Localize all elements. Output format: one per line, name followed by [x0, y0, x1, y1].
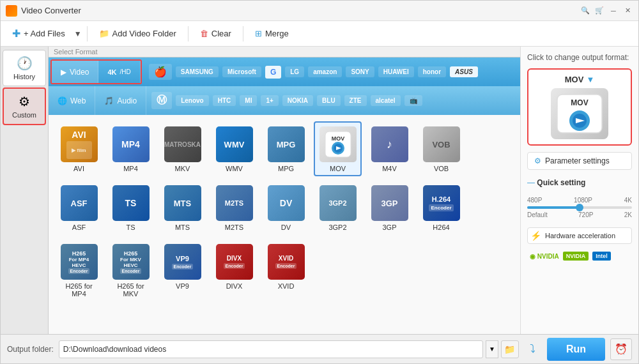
format-wmv[interactable]: WMV WMV	[210, 121, 258, 176]
brand-htc[interactable]: HTC	[213, 95, 236, 106]
merge-icon: ⊞	[255, 29, 262, 38]
asf-label: ASF	[72, 224, 86, 231]
dropdown-arrow[interactable]: ▼	[74, 29, 82, 38]
hardware-acceleration[interactable]: ⚡ Hardware acceleration	[527, 227, 632, 244]
format-h265-mp4[interactable]: H265For MP4HEVCEncoder H265 for MP4	[55, 239, 103, 301]
hw-label: Hardware acceleration	[545, 232, 615, 239]
toolbar: ✚ + Add Files ▼ 📁 Add Video Folder 🗑 Cle…	[1, 21, 638, 47]
brand-google[interactable]: G	[265, 66, 281, 79]
quality-slider[interactable]: 480P 1080P 4K Default 720P 2K	[527, 194, 632, 221]
output-path-container: ▼ 📁	[59, 340, 519, 358]
quality-labels-bottom: Default 720P 2K	[527, 211, 632, 218]
brand-amazon[interactable]: amazon	[308, 66, 342, 77]
format-mp4[interactable]: MP4 MP4	[107, 121, 155, 176]
cart-btn[interactable]: 🛒	[594, 5, 605, 17]
brand-alcatel[interactable]: alcatel	[371, 95, 401, 106]
format-vob[interactable]: VOB VOB	[417, 121, 465, 176]
run-button[interactable]: Run	[547, 338, 605, 361]
select-format-label: Select Format	[49, 47, 520, 57]
format-bar-row2: 🌐 Web 🎵 Audio Ⓜ Lenovo HTC MI 1+ NOKIA B…	[49, 86, 520, 115]
right-panel-title: Click to change output format:	[527, 53, 632, 62]
format-mpg[interactable]: MPG MPG	[262, 121, 310, 176]
format-mov[interactable]: MOV MOV	[314, 121, 362, 176]
close-btn[interactable]: ✕	[622, 5, 633, 17]
slider-thumb[interactable]	[576, 204, 583, 211]
brand-huawei[interactable]: HUAWEI	[378, 66, 414, 77]
format-ts[interactable]: TS TS	[107, 180, 155, 235]
xvid-label: XVID	[278, 282, 295, 290]
output-format-box[interactable]: MOV ▼ MOV	[527, 68, 632, 146]
format-h264[interactable]: H.264Encoder H264	[417, 180, 465, 235]
parameter-settings-button[interactable]: ⚙ Parameter settings	[527, 152, 632, 170]
mp4-label: MP4	[123, 165, 138, 172]
path-dropdown-arrow[interactable]: ▼	[486, 340, 498, 358]
brand-motorola[interactable]: Ⓜ	[151, 92, 172, 109]
brand-blu[interactable]: BLU	[317, 95, 341, 106]
export-button[interactable]: ⤵	[524, 340, 542, 358]
format-asf[interactable]: ASF ASF	[55, 180, 103, 235]
mpg-label: MPG	[278, 165, 294, 172]
brand-microsoft[interactable]: Microsoft	[222, 66, 261, 77]
settings-button[interactable]: ⏰	[610, 338, 632, 360]
brand-logos-row2: Ⓜ Lenovo HTC MI 1+ NOKIA BLU ZTE alcatel…	[146, 86, 520, 115]
h265-mkv-label: H265 for MKV	[111, 282, 151, 298]
center-panel: Select Format ▶ Video 4K /HD 🍎 SAMSU	[49, 47, 520, 334]
format-divx[interactable]: DIVXEncoder DIVX	[210, 239, 258, 301]
quality-labels-top: 480P 1080P 4K	[527, 197, 632, 204]
4k-tab-label: 4K	[107, 68, 116, 76]
brand-samsung[interactable]: SAMSUNG	[176, 66, 219, 77]
brand-nokia[interactable]: NOKIA	[282, 95, 313, 106]
brand-apple[interactable]: 🍎	[149, 64, 172, 80]
ts-label: TS	[126, 224, 135, 231]
slider-track[interactable]	[527, 206, 632, 209]
format-3gp[interactable]: 3GP 3GP	[366, 180, 413, 235]
dv-label: DV	[281, 224, 291, 231]
slider-fill	[527, 206, 580, 209]
brand-oneplus[interactable]: 1+	[261, 95, 278, 106]
format-vp9[interactable]: VP9Encoder VP9	[158, 239, 206, 301]
minimize-btn[interactable]: ─	[608, 5, 619, 17]
search-btn[interactable]: 🔍	[580, 5, 591, 17]
h265-mp4-label: H265 for MP4	[59, 282, 99, 298]
3gp2-label: 3GP2	[328, 224, 346, 231]
brand-sony[interactable]: SONY	[346, 66, 374, 77]
tab-group-video: ▶ Video 4K /HD	[50, 59, 142, 84]
brand-tv[interactable]: 📺	[404, 95, 422, 106]
format-m2ts[interactable]: M2TS M2TS	[210, 180, 258, 235]
format-avi[interactable]: AVI▶ film AVI	[55, 121, 103, 176]
brand-mi[interactable]: MI	[240, 95, 257, 106]
sep2	[188, 26, 189, 42]
sidebar-item-history[interactable]: 🕐 History	[3, 50, 46, 86]
brand-zte[interactable]: ZTE	[344, 95, 367, 106]
sidebar: 🕐 History ⚙ Custom	[1, 47, 49, 334]
format-dv[interactable]: DV DV	[262, 180, 310, 235]
window-controls: 🔍 🛒 ─ ✕	[580, 5, 633, 17]
brand-lenovo[interactable]: Lenovo	[176, 95, 209, 106]
tab-web[interactable]: 🌐 Web	[49, 86, 95, 115]
format-h265-mkv[interactable]: H265For MKVHEVCEncoder H265 for MKV	[107, 239, 155, 301]
output-format-name: MOV ▼	[565, 75, 595, 84]
output-path-input[interactable]	[59, 340, 483, 358]
brand-asus[interactable]: ASUS	[450, 66, 478, 77]
format-m4v[interactable]: ♪ M4V	[366, 121, 413, 176]
custom-icon: ⚙	[19, 94, 30, 109]
browse-folder-button[interactable]: 📁	[501, 340, 519, 358]
format-mts[interactable]: MTS MTS	[158, 180, 206, 235]
merge-button[interactable]: ⊞ Merge	[249, 26, 295, 42]
tab-video[interactable]: ▶ Video	[52, 61, 98, 83]
avi-label: AVI	[73, 165, 84, 172]
add-files-icon: ✚	[12, 27, 20, 40]
add-files-button[interactable]: ✚ + Add Files	[6, 24, 72, 43]
mts-label: MTS	[175, 224, 190, 231]
tab-audio[interactable]: 🎵 Audio	[95, 86, 146, 115]
sidebar-item-custom[interactable]: ⚙ Custom	[3, 87, 46, 125]
video-tab-label: Video	[70, 68, 89, 77]
brand-lg[interactable]: LG	[285, 66, 304, 77]
add-video-folder-button[interactable]: 📁 Add Video Folder	[93, 26, 183, 42]
format-mkv[interactable]: MATROSKA MKV	[158, 121, 206, 176]
tab-4k[interactable]: 4K /HD	[98, 61, 140, 83]
format-xvid[interactable]: XVIDEncoder XVID	[262, 239, 310, 301]
format-3gp2[interactable]: 3GP2 3GP2	[314, 180, 362, 235]
brand-honor[interactable]: honor	[418, 66, 446, 77]
clear-button[interactable]: 🗑 Clear	[194, 26, 238, 42]
